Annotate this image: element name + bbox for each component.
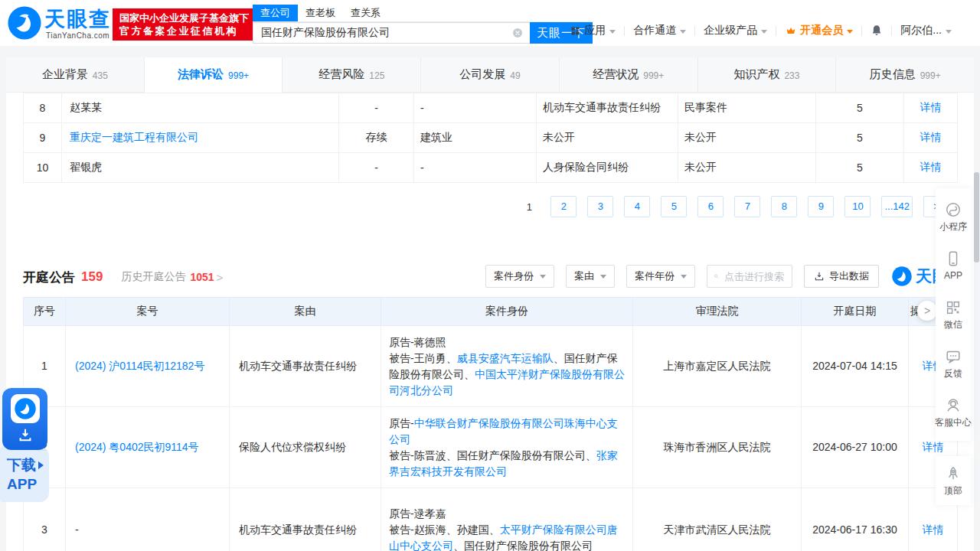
side-item-customer-service[interactable]: 客服中心 [936,388,971,437]
detail-link[interactable]: 详情 [920,101,942,113]
court-announcements-table: 序号 案号 案由 案件身份 审理法院 开庭日期 操作 1 (2024) 沪011… [23,297,958,551]
play-arrow-icon [38,461,47,469]
history-announcements-link[interactable]: 历史开庭公告 1051 > [121,270,223,284]
side-item-feedback[interactable]: 反馈 [936,339,971,388]
party-company-link[interactable]: 中华联合财产保险股份有限公司珠海中心支公司 [389,417,618,445]
download-icon [814,271,825,282]
case-reason: 机动车交通事故责任纠纷 [230,326,381,407]
hearing-date: 2024-06-17 16:30 [802,488,909,551]
row-no: 10 [24,153,62,183]
table-search-input[interactable] [723,270,786,283]
case-reason: 人身保险合同纠纷 [537,153,678,183]
chevron-down-icon [680,30,686,37]
clear-search-icon[interactable] [511,27,524,39]
page-button[interactable]: 9 [808,196,834,217]
industry: - [414,93,537,123]
search-tab-relation[interactable]: 查关系 [343,5,388,21]
side-item-app[interactable]: APP [936,241,971,290]
nav-user[interactable]: 阿尔伯... [892,24,960,37]
back-to-top: 顶部 [936,456,971,505]
company-tab[interactable]: 经营状况999+ [560,57,698,93]
row-no: 9 [24,123,62,153]
detail-link[interactable]: 详情 [920,161,942,173]
export-data-button[interactable]: 导出数据 [804,265,879,288]
crown-icon [785,24,797,37]
company-tab[interactable]: 公司发展49 [421,57,560,93]
company-tab[interactable]: 企业背景435 [6,57,145,93]
page-button[interactable]: 6 [697,196,724,217]
case-number: (2024) 粤0402民初9114号 [66,407,230,488]
scrollbar-thumb[interactable] [974,172,979,262]
industry: - [414,153,537,183]
section-header: 开庭公告 159 历史开庭公告 1051 > [23,265,223,289]
page-button[interactable]: 4 [624,196,650,217]
page-button[interactable]: 2 [550,196,577,217]
brand-title[interactable]: 天眼查 [44,5,111,33]
hearing-date: 2024-07-04 14:15 [802,326,909,407]
court-name: 天津市武清区人民法院 [633,488,802,551]
side-item-miniprogram[interactable]: 小程序 [936,192,971,241]
case-number-link[interactable]: (2024) 粤0402民初9114号 [75,441,199,453]
table-scroll-right-button[interactable]: > [917,301,937,321]
nav-vip[interactable]: 开通会员 [776,24,861,37]
nav-partner[interactable]: 合作通道 [625,24,694,37]
party-line: 被告-赵振海、孙建国、太平财产保险有限公司唐山中心支公司、国任财产保险股份有限公… [389,522,625,551]
filter-case-reason[interactable]: 案由 [566,265,615,288]
search-icon [714,271,719,282]
feedback-icon [945,348,962,365]
company-search-input[interactable] [253,27,505,39]
company-tab[interactable]: 法律诉讼999+ [145,57,283,93]
page-button[interactable]: 8 [771,196,797,217]
col-court: 审理法院 [633,298,802,326]
company-tab[interactable]: 知识产权233 [698,57,837,93]
search-input-wrap [253,22,530,44]
filter-case-role[interactable]: 案件身份 [485,265,554,288]
badge-line2: 官方备案企业征信机构 [119,24,249,37]
court-name: 上海市嘉定区人民法院 [633,326,802,407]
page-button[interactable]: 7 [734,196,760,217]
tab-strip: 企业背景435法律诉讼999+经营风险125公司发展49经营状况999+知识产权… [6,57,974,93]
nav-apps[interactable]: 应用 [561,24,624,37]
download-app-label[interactable]: 下载 APP [0,447,49,502]
litigant-name: 重庆定一建筑工程有限公司 [62,123,339,153]
page-button[interactable]: ...142 [881,196,913,217]
detail-link[interactable]: 详情 [923,523,944,536]
case-count: 5 [816,123,904,153]
party-company-link[interactable]: 威县安盛汽车运输队 [457,352,554,364]
page-button[interactable]: 10 [844,196,871,217]
detail-cell: 详情 [904,123,958,153]
tianyancha-logo-icon[interactable] [8,6,41,40]
page-button[interactable]: 5 [661,196,687,217]
chevron-down-icon [761,30,767,37]
side-item-wechat[interactable]: 微信 [936,290,971,339]
case-number: - [66,488,230,551]
company-tab[interactable]: 经营风险125 [283,57,421,93]
case-number-link[interactable]: (2024) 沪0114民初12182号 [75,360,204,372]
page-current: 1 [518,201,540,213]
detail-link[interactable]: 详情 [920,131,942,143]
search-tabs: 查公司 查老板 查关系 [253,4,593,22]
company-link[interactable]: 重庆定一建筑工程有限公司 [70,131,198,143]
page-button[interactable]: 3 [587,196,613,217]
detail-link[interactable]: 详情 [923,441,944,453]
case-reason: 未公开 [537,123,678,153]
nav-enterprise[interactable]: 企业级产品 [695,24,776,37]
search-tab-company[interactable]: 查公司 [253,5,298,21]
registration-status: - [339,153,414,183]
brand-domain: TianYanCha.com [46,31,109,40]
court-row: 1 (2024) 沪0114民初12182号 机动车交通事故责任纠纷 原告-蒋德… [24,326,958,407]
row-no: 8 [24,93,62,123]
case-type: 未公开 [678,153,816,183]
grid-icon [570,25,581,37]
company-tab[interactable]: 历史信息999+ [836,57,974,93]
search-tab-boss[interactable]: 查老板 [298,5,343,21]
filter-case-year[interactable]: 案件年份 [626,265,695,288]
col-case-reason: 案由 [230,298,381,326]
chevron-down-icon [600,275,606,282]
col-index: 序号 [24,298,66,326]
back-to-top-button[interactable]: 顶部 [936,456,971,505]
notification-bell-icon[interactable] [862,24,891,37]
table-search-box [707,265,792,288]
download-app-tile[interactable] [2,388,47,450]
party-line: 原告-中华联合财产保险股份有限公司珠海中心支公司 [389,416,625,448]
